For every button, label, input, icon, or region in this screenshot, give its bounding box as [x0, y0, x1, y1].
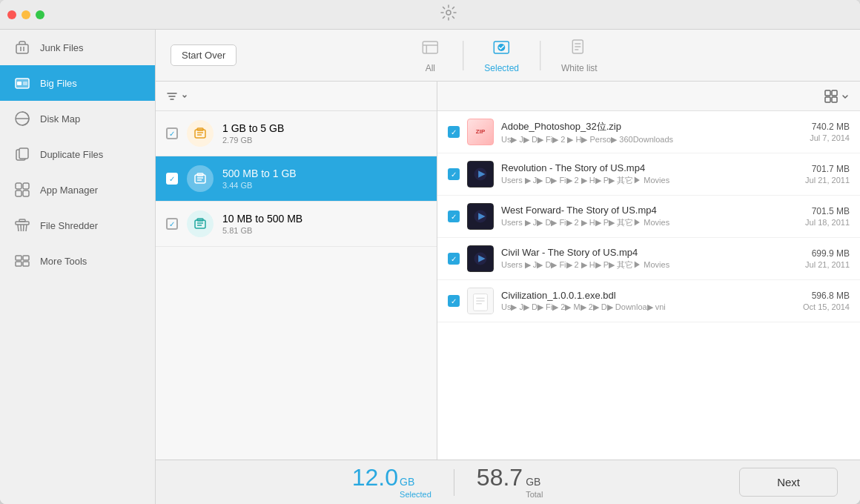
- file-path-3: Users ▶ J▶ D▶ Fi▶ 2 ▶ H▶ P▶ 其它▶ Movies: [501, 217, 798, 228]
- svg-rect-19: [16, 262, 22, 266]
- svg-rect-14: [23, 190, 29, 196]
- svg-rect-5: [17, 82, 22, 85]
- file-thumb-3: [467, 203, 494, 230]
- tab-group: All Selected: [400, 32, 615, 79]
- selected-unit: GB Selected: [400, 476, 431, 500]
- junk-files-icon: [12, 37, 33, 58]
- file-path-5: Us▶ J▶ D▶ Fi▶ 2▶ M▶ 2▶ D▶ Downloa▶ vni: [501, 302, 796, 312]
- minimize-button[interactable]: [22, 10, 30, 19]
- svg-rect-44: [825, 97, 830, 102]
- file-checkbox-2[interactable]: [448, 168, 460, 180]
- size-checkbox-10mb-500mb[interactable]: [166, 218, 178, 230]
- file-name-5: Civilization_1.0.0.1.exe.bdl: [501, 290, 796, 301]
- file-item-5[interactable]: Civilization_1.0.0.1.exe.bdl Us▶ J▶ D▶ F…: [437, 280, 860, 322]
- app-manager-label: App Manager: [40, 185, 98, 196]
- file-checkbox-5[interactable]: [448, 295, 460, 307]
- split-pane: 1 GB to 5 GB 2.79 GB: [156, 82, 860, 460]
- whitelist-icon: [569, 38, 589, 60]
- big-files-label: Big Files: [40, 78, 77, 89]
- size-sub-500mb-1gb: 3.44 GB: [222, 181, 426, 190]
- size-sub-10mb-500mb: 5.81 GB: [222, 226, 426, 235]
- total-label: Total: [526, 490, 543, 499]
- total-unit: GB Total: [526, 476, 543, 500]
- tab-selected[interactable]: Selected: [466, 32, 537, 79]
- maximize-button[interactable]: [36, 10, 44, 19]
- size-checkbox-1gb-5gb[interactable]: [166, 127, 178, 139]
- all-icon: [420, 38, 440, 60]
- file-checkbox-1[interactable]: [448, 126, 460, 138]
- sidebar: Junk Files Big Files: [0, 30, 156, 504]
- tab-whitelist[interactable]: White list: [543, 32, 615, 79]
- view-toggle[interactable]: [824, 90, 850, 103]
- file-date-4: Jul 21, 2011: [805, 260, 850, 269]
- svg-point-0: [446, 10, 451, 15]
- file-checkbox-4[interactable]: [448, 253, 460, 265]
- right-pane: ZIP Adobe_Photoshop_32位.zip Us▶ J▶ D▶ Fi…: [437, 82, 860, 460]
- file-thumb-4: [467, 245, 494, 272]
- more-tools-icon: [12, 251, 33, 271]
- file-item-3[interactable]: West Forward- The Story of US.mp4 Users …: [437, 196, 860, 238]
- total-number: 58.7: [477, 465, 523, 489]
- close-button[interactable]: [7, 10, 16, 19]
- size-name-10mb-500mb: 10 MB to 500 MB: [222, 213, 426, 225]
- file-info-2: Revolution - The Story of US.mp4 Users ▶…: [501, 162, 798, 186]
- file-shredder-icon: [12, 215, 33, 236]
- svg-rect-10: [19, 148, 28, 159]
- size-icon-1gb-5gb: [187, 120, 214, 147]
- size-info-1gb-5gb: 1 GB to 5 GB 2.79 GB: [222, 122, 426, 145]
- size-checkbox-500mb-1gb[interactable]: [166, 173, 178, 185]
- size-item-10mb-500mb[interactable]: 10 MB to 500 MB 5.81 GB: [156, 202, 437, 247]
- selected-number: 12.0: [352, 465, 398, 489]
- traffic-lights: [7, 10, 44, 19]
- size-item-500mb-1gb[interactable]: 500 MB to 1 GB 3.44 GB: [156, 156, 437, 202]
- svg-rect-56: [474, 294, 488, 311]
- file-meta-5: 596.8 MB Oct 15, 2014: [803, 291, 850, 311]
- more-tools-label: More Tools: [40, 256, 87, 267]
- svg-rect-16: [19, 219, 25, 222]
- file-checkbox-3[interactable]: [448, 210, 460, 222]
- disk-map-icon: [12, 108, 33, 129]
- file-list: ZIP Adobe_Photoshop_32位.zip Us▶ J▶ D▶ Fi…: [437, 111, 860, 460]
- tab-selected-label: Selected: [484, 63, 519, 73]
- file-thumb-2: [467, 161, 494, 188]
- file-name-2: Revolution - The Story of US.mp4: [501, 162, 798, 173]
- sidebar-item-disk-map[interactable]: Disk Map: [0, 101, 155, 136]
- svg-rect-13: [16, 190, 22, 196]
- start-over-button[interactable]: Start Over: [171, 44, 236, 66]
- content-area: Start Over All: [156, 30, 860, 504]
- filter-bar[interactable]: [156, 82, 437, 111]
- svg-rect-12: [23, 183, 29, 189]
- svg-rect-20: [23, 262, 29, 266]
- file-thumb-1: ZIP: [467, 119, 494, 145]
- sidebar-item-app-manager[interactable]: App Manager: [0, 172, 155, 208]
- next-button[interactable]: Next: [739, 468, 838, 497]
- sidebar-item-junk-files[interactable]: Junk Files: [0, 30, 155, 65]
- file-path-4: Users ▶ J▶ D▶ Fi▶ 2 ▶ H▶ P▶ 其它▶ Movies: [501, 259, 798, 271]
- big-files-icon: [12, 73, 33, 93]
- svg-rect-43: [832, 90, 837, 96]
- file-thumb-5: [467, 288, 494, 314]
- sidebar-item-more-tools[interactable]: More Tools: [0, 243, 155, 279]
- tab-all[interactable]: All: [400, 32, 460, 79]
- top-bar: Start Over All: [156, 30, 860, 82]
- size-info-10mb-500mb: 10 MB to 500 MB 5.81 GB: [222, 213, 426, 235]
- duplicate-files-label: Duplicate Files: [40, 149, 103, 160]
- file-name-1: Adobe_Photoshop_32位.zip: [501, 120, 802, 133]
- file-meta-1: 740.2 MB Jul 7, 2014: [810, 122, 850, 142]
- sidebar-item-duplicate-files[interactable]: Duplicate Files: [0, 136, 155, 172]
- stat-total: 58.7 GB Total: [477, 465, 543, 500]
- file-size-2: 701.7 MB: [805, 164, 850, 174]
- file-item-4[interactable]: Civil War - The Story of US.mp4 Users ▶ …: [437, 238, 860, 280]
- file-item-1[interactable]: ZIP Adobe_Photoshop_32位.zip Us▶ J▶ D▶ Fi…: [437, 111, 860, 153]
- duplicate-files-icon: [12, 144, 33, 165]
- size-icon-500mb-1gb: [187, 165, 214, 192]
- file-item-2[interactable]: Revolution - The Story of US.mp4 Users ▶…: [437, 153, 860, 196]
- sidebar-item-file-shredder[interactable]: File Shredder: [0, 208, 155, 243]
- file-meta-4: 699.9 MB Jul 21, 2011: [805, 248, 850, 269]
- file-info-5: Civilization_1.0.0.1.exe.bdl Us▶ J▶ D▶ F…: [501, 290, 796, 312]
- svg-rect-6: [23, 82, 27, 85]
- size-item-1gb-5gb[interactable]: 1 GB to 5 GB 2.79 GB: [156, 111, 437, 156]
- settings-icon[interactable]: [440, 4, 457, 24]
- sidebar-item-big-files[interactable]: Big Files: [0, 65, 155, 101]
- file-name-3: West Forward- The Story of US.mp4: [501, 205, 798, 216]
